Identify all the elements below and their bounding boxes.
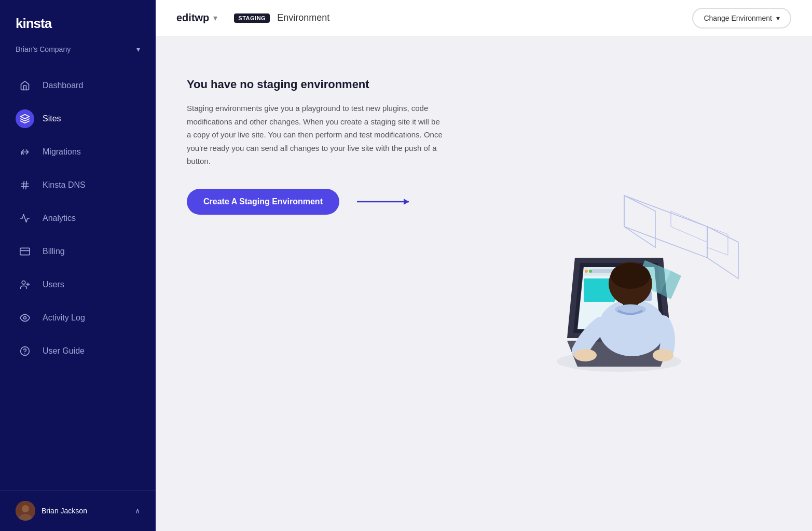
change-env-label: Change Environment: [704, 14, 772, 22]
svg-point-11: [24, 317, 26, 319]
svg-marker-21: [624, 195, 655, 247]
migration-icon: [20, 147, 30, 157]
svg-marker-18: [404, 199, 409, 205]
sidebar-item-billing[interactable]: Billing: [0, 235, 156, 268]
env-label: Environment: [277, 12, 329, 23]
arrow-icon: [352, 195, 414, 208]
svg-point-32: [585, 270, 588, 273]
arrow-indicator: [352, 195, 414, 208]
sidebar-nav: Dashboard Sites Migrat: [0, 64, 156, 490]
sidebar-item-sites[interactable]: Sites: [0, 102, 156, 135]
users-icon: [20, 280, 30, 290]
no-staging-description: Staging environments give you a playgrou…: [187, 102, 446, 168]
header: editwp ▾ STAGING Environment Change Envi…: [156, 0, 812, 36]
sidebar-item-label: Billing: [43, 247, 65, 256]
svg-point-15: [22, 505, 29, 512]
content-area: You have no staging environment Staging …: [156, 36, 812, 531]
no-staging-title: You have no staging environment: [187, 78, 446, 91]
user-guide-icon-wrapper: [16, 342, 34, 360]
svg-marker-19: [624, 195, 707, 258]
layers-icon: [20, 114, 30, 124]
chevron-down-icon: ▾: [776, 14, 780, 22]
env-badge: STAGING: [234, 13, 270, 23]
user-chevron-icon: ∧: [135, 507, 140, 515]
change-environment-button[interactable]: Change Environment ▾: [692, 8, 791, 29]
company-chevron-icon: ▾: [136, 45, 140, 53]
staging-illustration: [500, 175, 749, 393]
user-footer[interactable]: Brian Jackson ∧: [0, 490, 156, 531]
analytics-icon-wrapper: [16, 209, 34, 228]
main-content: editwp ▾ STAGING Environment Change Envi…: [156, 0, 812, 531]
site-name: editwp: [176, 12, 209, 24]
dns-icon: [20, 180, 30, 190]
user-info: Brian Jackson: [16, 501, 87, 521]
sidebar-item-activity-log[interactable]: Activity Log: [0, 301, 156, 334]
sidebar-item-migrations[interactable]: Migrations: [0, 135, 156, 169]
svg-point-44: [574, 349, 597, 361]
sidebar-item-label: User Guide: [43, 346, 85, 356]
avatar: [16, 501, 35, 521]
dashboard-icon-wrapper: [16, 76, 34, 95]
sidebar: kinsta Brian's Company ▾ Dashboard: [0, 0, 156, 531]
create-staging-button[interactable]: Create A Staging Environment: [187, 189, 339, 215]
svg-rect-6: [20, 248, 30, 255]
migrations-icon-wrapper: [16, 143, 34, 161]
eye-icon: [20, 313, 30, 323]
sidebar-item-dashboard[interactable]: Dashboard: [0, 69, 156, 102]
sidebar-item-kinsta-dns[interactable]: Kinsta DNS: [0, 169, 156, 202]
analytics-icon: [20, 213, 30, 223]
svg-point-41: [611, 263, 650, 289]
sidebar-item-label: Analytics: [43, 214, 76, 223]
sidebar-item-label: Migrations: [43, 147, 81, 157]
svg-line-5: [26, 181, 27, 189]
home-icon: [20, 80, 30, 91]
svg-marker-1: [21, 115, 30, 119]
svg-marker-22: [671, 211, 707, 242]
svg-text:kinsta: kinsta: [16, 16, 52, 31]
cta-row: Create A Staging Environment: [187, 189, 446, 215]
sidebar-item-users[interactable]: Users: [0, 268, 156, 301]
illustration: [500, 175, 749, 393]
sidebar-item-analytics[interactable]: Analytics: [0, 202, 156, 235]
sidebar-item-label: Users: [43, 280, 64, 289]
content-left: You have no staging environment Staging …: [187, 67, 446, 500]
site-chevron-icon[interactable]: ▾: [213, 13, 217, 23]
sidebar-item-label: Activity Log: [43, 313, 85, 323]
company-name: Brian's Company: [16, 45, 71, 53]
svg-point-33: [589, 270, 592, 273]
svg-line-4: [23, 181, 24, 189]
help-icon: [20, 346, 30, 356]
company-selector[interactable]: Brian's Company ▾: [0, 40, 156, 64]
svg-marker-20: [707, 227, 738, 278]
sidebar-item-label: Sites: [43, 114, 61, 123]
user-name: Brian Jackson: [42, 507, 87, 515]
svg-point-8: [22, 281, 25, 285]
kinsta-logo: kinsta: [16, 15, 140, 35]
billing-icon: [20, 246, 30, 257]
activity-log-icon-wrapper: [16, 309, 34, 327]
logo-area: kinsta: [0, 0, 156, 40]
header-left: editwp ▾ STAGING Environment: [176, 12, 329, 24]
svg-marker-23: [707, 227, 728, 255]
sidebar-item-label: Dashboard: [43, 81, 83, 90]
content-right: [467, 67, 781, 500]
svg-point-45: [653, 349, 673, 361]
dns-icon-wrapper: [16, 176, 34, 194]
sites-icon-wrapper: [16, 109, 34, 128]
sidebar-item-label: Kinsta DNS: [43, 180, 86, 190]
billing-icon-wrapper: [16, 242, 34, 261]
users-icon-wrapper: [16, 275, 34, 294]
sidebar-item-user-guide[interactable]: User Guide: [0, 334, 156, 368]
